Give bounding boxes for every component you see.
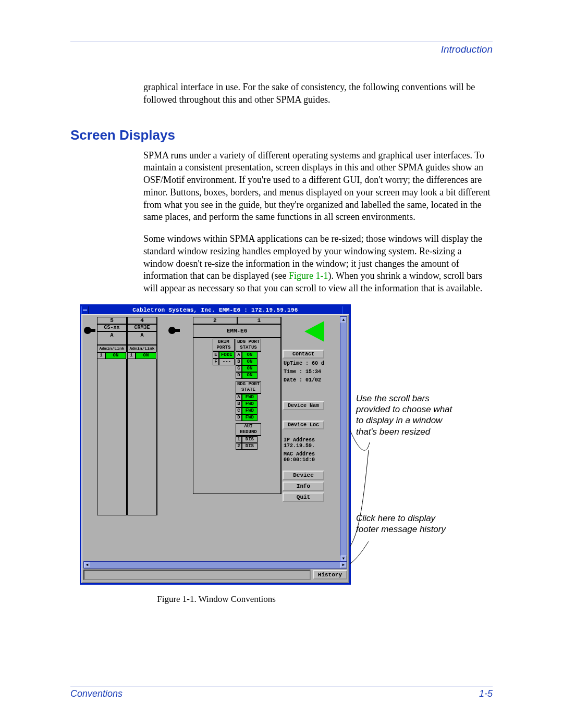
svg-point-0 bbox=[84, 327, 91, 334]
header-rule bbox=[70, 42, 493, 42]
system-menu-icon[interactable] bbox=[81, 306, 89, 314]
bdg-port-status-header: BDG PORT STATUS bbox=[236, 339, 261, 351]
device-loc-field[interactable]: Device Loc bbox=[283, 421, 324, 429]
brim-ports-rows: EFDDIF--- bbox=[213, 352, 235, 365]
bdg-port-status-rows: AONBONCONDON bbox=[236, 352, 261, 379]
brim-ports-table: BRIM PORTS EFDDIF--- bbox=[213, 339, 235, 365]
table-row: CFWD bbox=[236, 408, 261, 414]
row-value[interactable]: ON bbox=[242, 359, 258, 365]
slot-5-ch: A bbox=[97, 331, 127, 345]
body-para-1: SPMA runs under a variety of different o… bbox=[143, 150, 493, 224]
row-value[interactable]: FWD bbox=[242, 414, 258, 421]
brim-ports-header: BRIM PORTS bbox=[213, 339, 234, 351]
io-indicator-icon bbox=[83, 325, 97, 336]
row-key: A bbox=[236, 394, 242, 401]
footer-section: Conventions bbox=[70, 688, 123, 699]
svg-rect-1 bbox=[90, 329, 95, 332]
figure-xref[interactable]: Figure 1-1 bbox=[289, 270, 328, 281]
device-button[interactable]: Device bbox=[283, 471, 324, 480]
vertical-scrollbar[interactable]: ▲ ▼ bbox=[340, 316, 347, 561]
row-key: C bbox=[236, 408, 242, 414]
bdg-port-state-table: BDG PORT STATE bbox=[236, 381, 261, 394]
aui-redund-header: AUI REDUND bbox=[236, 424, 261, 436]
bdg-port-state-header: BDG PORT STATE bbox=[236, 381, 261, 393]
row-value[interactable]: DIS bbox=[242, 443, 258, 450]
info-panel: Contact UpTime : 60 da Time : 15:34 Date… bbox=[283, 317, 324, 502]
contact-button[interactable]: Contact bbox=[283, 350, 324, 359]
row-key: 1 bbox=[236, 436, 242, 443]
date-row: Date : 01/02 bbox=[283, 377, 324, 384]
body-para-continuation: graphical interface in use. For the sake… bbox=[143, 81, 493, 106]
row-key: C bbox=[236, 365, 242, 372]
app-body: 5 CS-xx A Admin/Link 1 ON 4 bbox=[81, 314, 349, 583]
svg-rect-3 bbox=[175, 329, 180, 332]
row-key: E bbox=[213, 352, 219, 359]
page-footer: Conventions 1-5 bbox=[70, 686, 493, 699]
row-value[interactable]: FWD bbox=[242, 401, 258, 408]
mac-address-row: MAC Addres00:00:1d:0 bbox=[283, 451, 324, 463]
slot-4-adminlink: Admin/Link bbox=[127, 345, 157, 352]
table-row: DFWD bbox=[236, 414, 261, 421]
scroll-track[interactable] bbox=[340, 323, 347, 556]
emm-module: 2 1 EMM-E6 BRIM PORTS EFDDIF-- bbox=[193, 317, 282, 494]
row-key: B bbox=[236, 401, 242, 408]
scroll-track-h[interactable] bbox=[90, 562, 340, 568]
row-value[interactable]: ON bbox=[242, 365, 258, 372]
row-value[interactable]: FDDI bbox=[219, 352, 235, 359]
callout-scrollbars: Use the scroll bars provided to choose w… bbox=[356, 393, 455, 437]
table-row: EFDDI bbox=[213, 352, 235, 359]
row-value[interactable]: FWD bbox=[242, 394, 258, 401]
scroll-down-icon[interactable]: ▼ bbox=[340, 556, 347, 561]
history-button[interactable]: History bbox=[313, 570, 347, 579]
slot-4-ch: A bbox=[127, 331, 157, 345]
table-row: F--- bbox=[213, 359, 235, 365]
row-key: 2 bbox=[236, 443, 242, 450]
slot-4-type: CRM3E bbox=[127, 324, 157, 331]
table-row: CON bbox=[236, 365, 261, 372]
bdg-port-status-table: BDG PORT STATUS bbox=[236, 339, 261, 352]
emm-title: EMM-E6 bbox=[193, 324, 281, 338]
slot-4-port: 1 bbox=[127, 352, 136, 359]
bdg-port-state-rows: AFWDBFWDCFWDDFWD bbox=[236, 394, 261, 421]
body-para-2: Some windows within SPMA applications ca… bbox=[143, 233, 493, 295]
maximize-icon[interactable] bbox=[342, 306, 349, 314]
row-value[interactable]: ON bbox=[242, 372, 258, 379]
slot-head-1: 1 bbox=[237, 317, 282, 324]
figure-1-1: Cabletron Systems, Inc. EMM-E6 : 172.19.… bbox=[80, 304, 493, 585]
slot-head-4: 4 bbox=[127, 317, 157, 324]
scroll-up-icon[interactable]: ▲ bbox=[340, 317, 347, 323]
slot-5-body bbox=[97, 359, 127, 515]
footer-row: History bbox=[83, 570, 347, 580]
callout-history: Click here to display footer message his… bbox=[356, 513, 455, 535]
scroll-left-icon[interactable]: ◀ bbox=[84, 562, 90, 568]
svg-point-2 bbox=[168, 327, 176, 334]
aui-redund-rows: 1DIS2DIS bbox=[236, 436, 261, 450]
row-value[interactable]: ON bbox=[242, 352, 258, 359]
slot-5-type: CS-xx bbox=[97, 324, 127, 331]
scroll-right-icon[interactable]: ▶ bbox=[340, 562, 347, 568]
row-key: D bbox=[236, 414, 242, 421]
slot-5-port: 1 bbox=[97, 352, 105, 359]
slot-5-state[interactable]: ON bbox=[105, 352, 126, 359]
slot-5: 5 CS-xx A Admin/Link 1 ON bbox=[97, 317, 127, 515]
row-value[interactable]: FWD bbox=[242, 408, 258, 414]
table-row: 2DIS bbox=[236, 443, 261, 450]
row-key: F bbox=[213, 359, 219, 365]
row-key: A bbox=[236, 352, 242, 359]
aui-redund-table: AUI REDUND bbox=[236, 423, 261, 436]
footer-message-bar[interactable] bbox=[83, 570, 311, 580]
titlebar[interactable]: Cabletron Systems, Inc. EMM-E6 : 172.19.… bbox=[81, 306, 349, 314]
slot-4-state[interactable]: ON bbox=[136, 352, 156, 359]
slot-head-5: 5 bbox=[97, 317, 127, 324]
info-button[interactable]: Info bbox=[283, 482, 324, 491]
row-value[interactable]: --- bbox=[219, 359, 235, 365]
table-row: BON bbox=[236, 359, 261, 365]
row-key: B bbox=[236, 359, 242, 365]
slot-5-port-row: 1 ON bbox=[97, 352, 127, 359]
uptime-row: UpTime : 60 da bbox=[283, 360, 324, 367]
table-row: BFWD bbox=[236, 401, 261, 408]
device-name-field[interactable]: Device Nam bbox=[283, 401, 324, 410]
horizontal-scrollbar[interactable]: ◀ ▶ bbox=[83, 561, 347, 569]
row-value[interactable]: DIS bbox=[242, 436, 258, 443]
quit-button[interactable]: Quit bbox=[283, 492, 324, 502]
